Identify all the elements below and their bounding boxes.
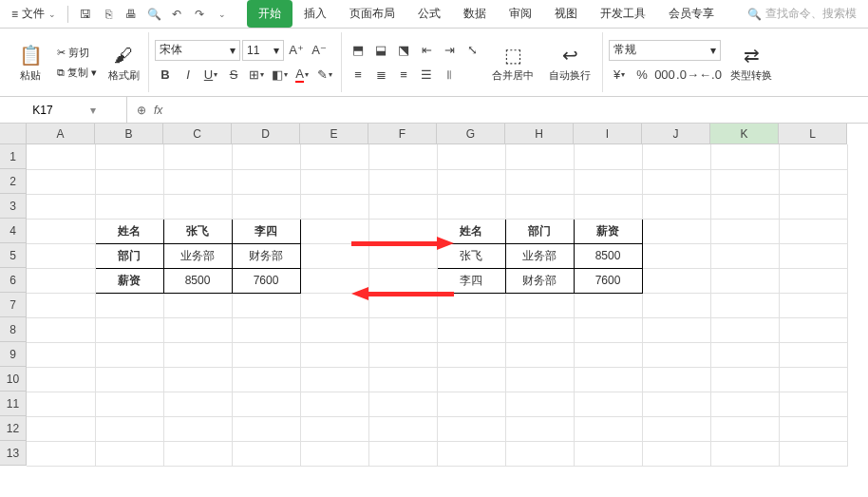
col-header-a[interactable]: A [27, 124, 95, 144]
save-as-icon[interactable]: ⎘ [101, 7, 116, 22]
cell-i4[interactable]: 薪资 [574, 219, 642, 243]
strikethrough-button[interactable]: S [223, 65, 244, 86]
file-menu-button[interactable]: ≡ 文件 ⌄ [4, 2, 64, 26]
col-header-k[interactable]: K [710, 124, 779, 144]
align-center-icon[interactable]: ≣ [370, 65, 391, 86]
cell-b6[interactable]: 薪资 [95, 268, 163, 293]
row-header-1[interactable]: 1 [0, 144, 27, 169]
cell-g6[interactable]: 李四 [437, 268, 505, 293]
italic-button[interactable]: I [178, 65, 198, 86]
row-header-8[interactable]: 8 [0, 317, 27, 342]
print-icon[interactable]: 🖶 [123, 7, 139, 22]
currency-icon[interactable]: ¥▾ [609, 65, 630, 86]
row-header-2[interactable]: 2 [0, 169, 27, 194]
increase-decimal-icon[interactable]: .0→ [677, 65, 698, 86]
row-header-3[interactable]: 3 [0, 194, 27, 219]
underline-button[interactable]: U▾ [200, 65, 221, 86]
row-header-4[interactable]: 4 [0, 219, 27, 243]
comma-icon[interactable]: 000 [654, 65, 675, 86]
row-header-7[interactable]: 7 [0, 293, 27, 317]
cell-h6[interactable]: 财务部 [505, 268, 574, 293]
col-header-j[interactable]: J [642, 124, 710, 144]
cell-d4[interactable]: 李四 [232, 219, 300, 243]
search-box[interactable]: 🔍 查找命令、搜索模 [747, 6, 864, 22]
col-header-c[interactable]: C [163, 124, 232, 144]
cell-c5[interactable]: 业务部 [163, 243, 232, 268]
redo-icon[interactable]: ↷ [192, 7, 207, 22]
justify-icon[interactable]: ☰ [416, 65, 437, 86]
font-color-button[interactable]: A▾ [292, 65, 312, 86]
row-header-10[interactable]: 10 [0, 367, 27, 392]
cell-d5[interactable]: 财务部 [232, 243, 300, 268]
distribute-icon[interactable]: ⫴ [439, 65, 460, 86]
increase-indent-icon[interactable]: ⇥ [439, 40, 460, 61]
align-bottom-icon[interactable]: ⬔ [393, 40, 414, 61]
cell-h5[interactable]: 业务部 [505, 243, 574, 268]
decrease-font-icon[interactable]: A⁻ [309, 40, 330, 61]
cell-i6[interactable]: 7600 [574, 268, 642, 293]
tab-member[interactable]: 会员专享 [657, 0, 726, 28]
cut-button[interactable]: ✂剪切 [53, 43, 101, 62]
font-size-select[interactable]: 11▾ [242, 40, 284, 61]
undo-icon[interactable]: ↶ [169, 7, 184, 22]
row-header-11[interactable]: 11 [0, 392, 27, 416]
tab-data[interactable]: 数据 [452, 0, 498, 28]
tab-view[interactable]: 视图 [543, 0, 589, 28]
col-header-g[interactable]: G [437, 124, 505, 144]
row-header-6[interactable]: 6 [0, 268, 27, 293]
decrease-decimal-icon[interactable]: ←.0 [700, 65, 721, 86]
select-all-corner[interactable] [0, 124, 27, 144]
formula-input[interactable] [172, 97, 868, 123]
tab-review[interactable]: 审阅 [498, 0, 543, 28]
fx-icon[interactable]: fx [154, 104, 162, 117]
cell-reference-input[interactable] [0, 104, 85, 117]
tab-start[interactable]: 开始 [247, 0, 292, 28]
cell[interactable] [27, 144, 95, 169]
cell-d6[interactable]: 7600 [232, 268, 300, 293]
fx-expand-icon[interactable]: ⊕ [137, 104, 146, 117]
fill-color-button[interactable]: ◧▾ [269, 65, 290, 86]
save-icon[interactable]: 🖫 [78, 7, 93, 22]
cell-b4[interactable]: 姓名 [95, 219, 163, 243]
number-format-select[interactable]: 常规▾ [609, 40, 721, 61]
percent-icon[interactable]: % [632, 65, 652, 86]
cell-c6[interactable]: 8500 [163, 268, 232, 293]
row-header-5[interactable]: 5 [0, 243, 27, 268]
col-header-f[interactable]: F [368, 124, 437, 144]
col-header-e[interactable]: E [300, 124, 368, 144]
border-button[interactable]: ⊞▾ [246, 65, 267, 86]
align-top-icon[interactable]: ⬒ [348, 40, 368, 61]
orientation-icon[interactable]: ⤡ [462, 40, 482, 61]
merge-center-button[interactable]: ⬚ 合并居中 [486, 34, 539, 91]
tab-dev-tools[interactable]: 开发工具 [589, 0, 657, 28]
cell-c4[interactable]: 张飞 [163, 219, 232, 243]
cell-h4[interactable]: 部门 [505, 219, 574, 243]
cell-g4[interactable]: 姓名 [437, 219, 505, 243]
paste-button[interactable]: 📋 粘贴 [11, 34, 49, 91]
align-left-icon[interactable]: ≡ [348, 65, 368, 86]
align-right-icon[interactable]: ≡ [393, 65, 414, 86]
bold-button[interactable]: B [155, 65, 176, 86]
col-header-l[interactable]: L [779, 124, 847, 144]
print-preview-icon[interactable]: 🔍 [146, 7, 161, 22]
name-box-dropdown[interactable]: ▾ [85, 104, 101, 117]
increase-font-icon[interactable]: A⁺ [286, 40, 307, 61]
tab-insert[interactable]: 插入 [292, 0, 338, 28]
col-header-h[interactable]: H [505, 124, 574, 144]
decrease-indent-icon[interactable]: ⇤ [416, 40, 437, 61]
type-convert-button[interactable]: ⇄ 类型转换 [725, 34, 778, 91]
cell-b5[interactable]: 部门 [95, 243, 163, 268]
highlight-button[interactable]: ✎▾ [314, 65, 335, 86]
align-middle-icon[interactable]: ⬓ [370, 40, 391, 61]
format-painter-button[interactable]: 🖌 格式刷 [104, 34, 142, 91]
tab-formula[interactable]: 公式 [406, 0, 452, 28]
cell-i5[interactable]: 8500 [574, 243, 642, 268]
row-header-9[interactable]: 9 [0, 342, 27, 367]
row-header-13[interactable]: 13 [0, 441, 27, 466]
cell-g5[interactable]: 张飞 [437, 243, 505, 268]
wrap-text-button[interactable]: ↩ 自动换行 [543, 34, 596, 91]
col-header-d[interactable]: D [232, 124, 300, 144]
col-header-b[interactable]: B [95, 124, 163, 144]
copy-button[interactable]: ⧉复制▾ [53, 63, 101, 82]
font-name-select[interactable]: 宋体▾ [155, 40, 240, 61]
